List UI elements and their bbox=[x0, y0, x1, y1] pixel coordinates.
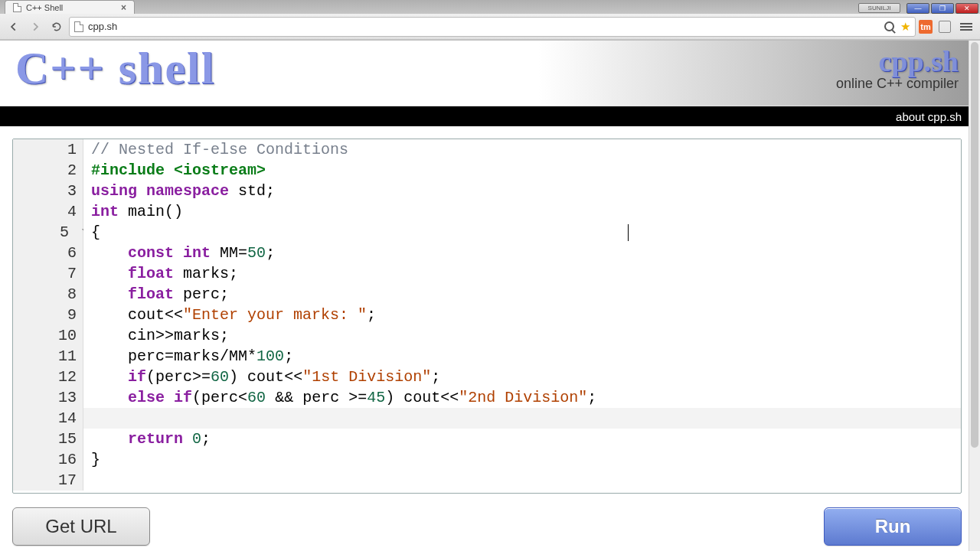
run-button[interactable]: Run bbox=[824, 507, 962, 546]
code-content[interactable]: #include <iostream> bbox=[83, 160, 961, 181]
line-number: 4 bbox=[13, 201, 83, 222]
code-content[interactable]: float marks; bbox=[83, 263, 961, 284]
browser-chrome: C++ Shell × SUNILJI — ❐ ✕ cpp.sh ★ tm bbox=[0, 0, 980, 41]
line-number: 14 bbox=[13, 408, 83, 429]
line-number: 1 bbox=[13, 139, 83, 160]
code-line[interactable]: 12 if(perc>=60) cout<<"1st Division"; bbox=[13, 367, 961, 387]
site-header: C++ shell cpp.sh online C++ compiler bbox=[0, 41, 980, 106]
code-content[interactable]: perc=marks/MM*100; bbox=[83, 346, 961, 367]
profile-chip[interactable]: SUNILJI bbox=[858, 3, 900, 13]
code-content[interactable] bbox=[83, 470, 961, 491]
code-content[interactable]: } bbox=[83, 449, 961, 470]
extensions-overflow-icon[interactable] bbox=[936, 18, 954, 36]
site-nav-bar: about cpp.sh bbox=[0, 106, 980, 126]
text-caret bbox=[628, 224, 629, 241]
line-number: 5 bbox=[13, 222, 83, 243]
page-scrollbar[interactable] bbox=[969, 41, 980, 551]
close-tab-icon[interactable]: × bbox=[121, 2, 126, 13]
bookmark-star-icon[interactable]: ★ bbox=[900, 20, 910, 34]
code-line[interactable]: 9 cout<<"Enter your marks: "; bbox=[13, 305, 961, 325]
code-line[interactable]: 1// Nested If-else Conditions bbox=[13, 139, 961, 160]
browser-tab[interactable]: C++ Shell × bbox=[5, 0, 135, 14]
line-number: 11 bbox=[13, 346, 83, 367]
code-line[interactable]: 8 float perc; bbox=[13, 284, 961, 305]
address-bar[interactable]: cpp.sh ★ bbox=[69, 17, 916, 37]
code-content[interactable]: cin>>marks; bbox=[83, 325, 961, 346]
line-number: 13 bbox=[13, 387, 83, 408]
minimize-button[interactable]: — bbox=[906, 3, 929, 14]
code-line[interactable]: 16} bbox=[13, 449, 961, 470]
code-content[interactable]: int main() bbox=[83, 201, 961, 222]
code-content[interactable]: const int MM=50; bbox=[83, 243, 961, 263]
code-line[interactable]: 13 else if(perc<60 && perc >=45) cout<<"… bbox=[13, 387, 961, 408]
code-line[interactable]: 5{ bbox=[13, 222, 961, 243]
maximize-button[interactable]: ❐ bbox=[931, 3, 954, 14]
line-number: 3 bbox=[13, 181, 83, 201]
code-content[interactable]: if(perc>=60) cout<<"1st Division"; bbox=[83, 367, 961, 387]
browser-toolbar: cpp.sh ★ tm bbox=[0, 14, 980, 40]
site-logo: C++ shell bbox=[15, 42, 215, 95]
code-content[interactable]: return 0; bbox=[83, 429, 961, 449]
code-line[interactable]: 11 perc=marks/MM*100; bbox=[13, 346, 961, 367]
brand-subtitle: online C++ compiler bbox=[836, 76, 959, 92]
extension-icon[interactable]: tm bbox=[919, 20, 933, 34]
window-close-button[interactable]: ✕ bbox=[956, 3, 978, 14]
line-number: 7 bbox=[13, 263, 83, 284]
code-line[interactable]: 15 return 0; bbox=[13, 429, 961, 449]
back-button[interactable] bbox=[5, 18, 23, 36]
code-content[interactable] bbox=[83, 408, 961, 429]
code-editor[interactable]: 1// Nested If-else Conditions2#include <… bbox=[12, 139, 962, 494]
code-line[interactable]: 17 bbox=[13, 470, 961, 491]
line-number: 6 bbox=[13, 243, 83, 263]
line-number: 10 bbox=[13, 325, 83, 346]
chrome-menu-icon[interactable] bbox=[957, 18, 975, 36]
line-number: 15 bbox=[13, 429, 83, 449]
url-text: cpp.sh bbox=[88, 21, 117, 32]
line-number: 17 bbox=[13, 470, 83, 491]
site-identity-icon bbox=[74, 21, 83, 32]
code-content[interactable]: using namespace std; bbox=[83, 181, 961, 201]
tab-strip: C++ Shell × SUNILJI — ❐ ✕ bbox=[0, 0, 980, 14]
line-number: 12 bbox=[13, 367, 83, 387]
code-line[interactable]: 10 cin>>marks; bbox=[13, 325, 961, 346]
code-content[interactable]: else if(perc<60 && perc >=45) cout<<"2nd… bbox=[83, 387, 961, 408]
zoom-icon[interactable] bbox=[884, 21, 894, 31]
get-url-button[interactable]: Get URL bbox=[12, 507, 150, 546]
code-line[interactable]: 3using namespace std; bbox=[13, 181, 961, 201]
brand-title: cpp.sh bbox=[836, 47, 959, 76]
code-line[interactable]: 2#include <iostream> bbox=[13, 160, 961, 181]
caption-buttons: SUNILJI — ❐ ✕ bbox=[858, 2, 980, 14]
forward-button[interactable] bbox=[26, 18, 44, 36]
about-link[interactable]: about cpp.sh bbox=[896, 110, 962, 123]
action-bar: Get URL Run bbox=[0, 500, 980, 546]
code-line[interactable]: 4int main() bbox=[13, 201, 961, 222]
code-line[interactable]: 7 float marks; bbox=[13, 263, 961, 284]
tab-title: C++ Shell bbox=[26, 3, 63, 12]
code-content[interactable]: { bbox=[83, 222, 961, 243]
line-number: 16 bbox=[13, 449, 83, 470]
line-number: 2 bbox=[13, 160, 83, 181]
code-line[interactable]: 14 bbox=[13, 408, 961, 429]
code-line[interactable]: 6 const int MM=50; bbox=[13, 243, 961, 263]
code-content[interactable]: cout<<"Enter your marks: "; bbox=[83, 305, 961, 325]
page-icon bbox=[13, 3, 21, 12]
line-number: 8 bbox=[13, 284, 83, 305]
reload-button[interactable] bbox=[47, 18, 66, 36]
code-content[interactable]: float perc; bbox=[83, 284, 961, 305]
line-number: 9 bbox=[13, 305, 83, 325]
code-content[interactable]: // Nested If-else Conditions bbox=[83, 139, 961, 160]
